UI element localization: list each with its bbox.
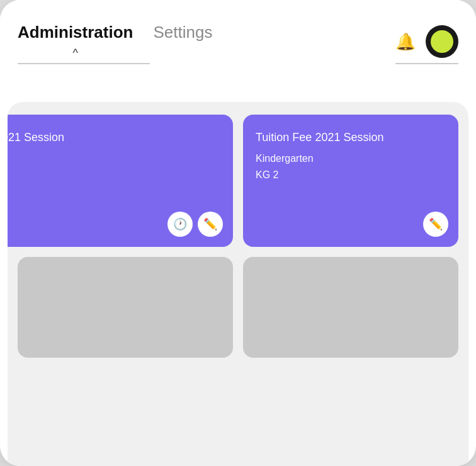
card-right-detail: KG 2 <box>256 169 446 181</box>
app-container: Administration ^ Settings 🔔 e 2021 Sessi… <box>0 0 476 466</box>
tab-settings-label: Settings <box>153 23 212 46</box>
header: Administration ^ Settings 🔔 <box>0 0 476 58</box>
card-left-title: e 2021 Session <box>8 130 220 145</box>
card-right-actions: ✏️ <box>423 212 448 237</box>
avatar[interactable] <box>426 25 458 58</box>
header-right: 🔔 <box>395 25 458 58</box>
card-right-title: Tuition Fee 2021 Session <box>256 130 446 145</box>
edit-button-right[interactable]: ✏️ <box>423 212 448 237</box>
clock-button[interactable]: 🕐 <box>167 212 193 237</box>
tab-underline-admin <box>18 63 150 64</box>
card-bottom-left <box>18 257 233 358</box>
tab-settings[interactable]: Settings <box>153 23 212 46</box>
chevron-up-icon: ^ <box>68 47 83 48</box>
card-bottom-right <box>243 257 458 358</box>
tab-underline-settings <box>395 63 458 64</box>
tab-administration-label: Administration <box>18 23 133 46</box>
card-left: e 2021 Session rten 🕐 ✏️ <box>8 115 233 247</box>
cards-grid: e 2021 Session rten 🕐 ✏️ Tuition Fee 202… <box>18 115 458 358</box>
edit-button-left[interactable]: ✏️ <box>198 212 223 237</box>
card-left-subtitle: rten <box>8 153 220 164</box>
nav-tabs: Administration ^ Settings <box>18 23 395 48</box>
card-right: Tuition Fee 2021 Session Kindergarten KG… <box>243 115 458 247</box>
bell-icon[interactable]: 🔔 <box>395 32 416 52</box>
card-right-subtitle: Kindergarten <box>256 153 446 164</box>
tab-administration[interactable]: Administration ^ <box>18 23 133 48</box>
card-left-actions: 🕐 ✏️ <box>167 212 223 237</box>
edit-icon-left: ✏️ <box>203 217 217 231</box>
main-content: e 2021 Session rten 🕐 ✏️ Tuition Fee 202… <box>8 102 468 466</box>
edit-icon-right: ✏️ <box>429 217 443 231</box>
clock-icon: 🕐 <box>173 217 187 231</box>
spacer <box>0 64 476 102</box>
avatar-image <box>431 30 453 53</box>
